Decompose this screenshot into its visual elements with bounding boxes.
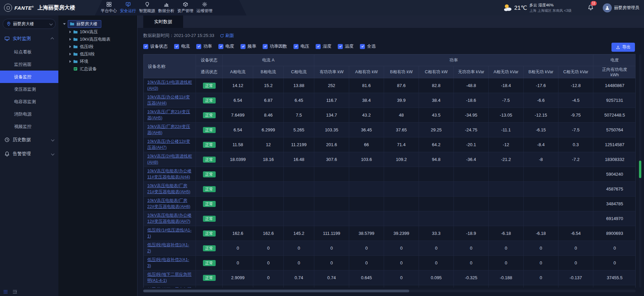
device-name-cell: 低压I段/1#低压进线(A1-1) — [144, 226, 196, 241]
horizontal-scrollbar-thumb[interactable] — [143, 290, 409, 292]
device-name-link[interactable]: 10kV高压/厂房22#变压器(AH6) — [147, 124, 193, 136]
tree-node-lv-section-1[interactable]: 低压I段 — [63, 43, 137, 50]
value-cell: 0 — [558, 285, 593, 288]
value-cell — [314, 167, 349, 182]
horizontal-scrollbar[interactable] — [143, 290, 636, 292]
filter-humidity[interactable]: 湿度 — [316, 43, 331, 49]
value-cell: 43.5 — [419, 108, 454, 123]
vertical-scrollbar-thumb[interactable] — [639, 161, 641, 178]
col-header: B相电流 — [253, 66, 284, 78]
sidebar-item-transformer-monitor[interactable]: 变压器监测 — [0, 83, 58, 95]
nav-item-analysis[interactable]: 数据分析 — [157, 0, 176, 15]
weather-detail: 上海 上海城区 东南风 <3级 — [529, 8, 572, 13]
nav-item-label: 安全运行 — [120, 8, 136, 14]
device-name-link[interactable]: 低压I段/1#低压进线(A1-1) — [147, 227, 193, 239]
device-name-link[interactable]: 低压I段/电容补偿1(A1-2) — [147, 242, 193, 254]
value-cell — [349, 182, 384, 197]
value-cell — [314, 211, 349, 226]
folder-icon — [73, 37, 78, 42]
filter-select-all[interactable]: 全选 — [360, 43, 376, 49]
filter-power[interactable]: 功率 — [196, 43, 212, 49]
device-name-link[interactable]: 低压I段/电容补偿2(A1-3) — [147, 257, 193, 269]
checkbox-device-status[interactable] — [143, 44, 148, 49]
device-name-link[interactable]: 10kV高压电能表/厂房21#变压器电能表(AH5) — [147, 183, 193, 195]
value-cell — [223, 197, 253, 211]
tab-realtime-data[interactable]: 实时数据 — [143, 15, 183, 28]
check-icon — [361, 45, 364, 48]
tree-node-summary-device[interactable]: 汇总设备 — [63, 65, 137, 73]
vertical-scrollbar[interactable] — [639, 54, 641, 288]
tree-node-label: 低压II段 — [80, 51, 95, 57]
filter-temperature[interactable]: 温度 — [338, 43, 354, 49]
site-selector[interactable]: 丽婴房大楼 — [3, 19, 56, 29]
value-cell: -18.9 — [454, 226, 489, 241]
refresh-button-label: 刷新 — [225, 33, 234, 39]
filter-frequency[interactable]: 频率 — [240, 43, 256, 49]
sidebar-item-monitor-screen[interactable]: 监控画面 — [0, 58, 58, 71]
checkbox-voltage[interactable] — [293, 44, 299, 49]
col-header: B相有功 kW — [384, 66, 419, 78]
value-cell: 48 — [384, 108, 419, 123]
checkbox-temperature[interactable] — [338, 44, 343, 49]
status-badge: 正常 — [203, 186, 216, 192]
sidebar-group-alarm-management[interactable]: 告警管理 — [0, 147, 58, 161]
device-name-link[interactable]: 10kV高压/厂房21#变压器(AH5) — [147, 109, 193, 121]
nav-item-ops[interactable]: 运维管理 — [195, 0, 214, 15]
nav-item-safe-run[interactable]: 安全运行 — [118, 0, 138, 15]
tree-node-environment[interactable]: 环境 — [63, 58, 137, 65]
device-name-link[interactable]: 10kV高压/2#电源进线柜(AH8) — [147, 154, 193, 165]
device-name-link[interactable]: 10kV高压电能表/厂房22#变压器电能表(AH6) — [147, 198, 193, 210]
sidebar-item-fire-power[interactable]: 消防电源 — [0, 108, 58, 120]
refresh-button[interactable]: 刷新 — [220, 33, 234, 39]
export-button[interactable]: 导出 — [611, 43, 635, 52]
device-name-link[interactable]: 低压I段/地下一层应急照明(A1-4-2) — [147, 287, 193, 288]
sidebar-item-device-monitor[interactable]: 设备监控 — [0, 71, 58, 83]
device-name-link[interactable]: 10kV高压电能表/办公楼11#变压器电能表(AH4) — [147, 168, 193, 180]
sidebar-item-site-board[interactable]: 站点看板 — [0, 46, 58, 58]
device-name-link[interactable]: 低压I段/地下二层应急照明(A1-4-1) — [147, 272, 193, 284]
collapse-menu-icon[interactable] — [12, 289, 17, 294]
nav-item-asset[interactable]: 资产管理 — [176, 0, 195, 15]
content: 数据刷新时间：2021-10-27 15:25:33 刷新 设备状态电流功率电度… — [138, 28, 644, 296]
checkbox-humidity[interactable] — [316, 44, 321, 49]
tree-root[interactable]: 丽婴房大楼 — [63, 19, 137, 28]
sidebar-item-capacitor-monitor[interactable]: 电容器监测 — [0, 95, 58, 108]
filter-current[interactable]: 电流 — [174, 43, 190, 49]
filter-device-status[interactable]: 设备状态 — [143, 43, 168, 49]
checkbox-power-factor[interactable] — [263, 44, 268, 49]
checkbox-power[interactable] — [196, 44, 201, 49]
tree-node-hv-10kv-meter[interactable]: 10kV高压电能表 — [63, 36, 137, 43]
value-cell: 5904240 — [593, 167, 636, 182]
device-name-link[interactable]: 10kV高压/办公楼12#变压器(AH7) — [147, 139, 193, 151]
user-menu[interactable]: 丽婴房管理员 — [603, 3, 639, 12]
notifications-button[interactable]: 11 — [588, 4, 594, 11]
filter-energy[interactable]: 电度 — [218, 43, 234, 49]
sidebar-item-video-monitor[interactable]: 视频监控 — [0, 120, 58, 133]
checkbox-frequency[interactable] — [240, 44, 246, 49]
filter-label: 设备状态 — [150, 43, 168, 49]
filter-power-factor[interactable]: 功率因数 — [263, 43, 287, 49]
filter-voltage[interactable]: 电压 — [293, 43, 309, 49]
checkbox-energy[interactable] — [218, 44, 223, 49]
tree-node-hv-10kv[interactable]: 10kV高压 — [63, 28, 137, 36]
device-name-link[interactable]: 10kV高压电能表/办公楼12#变压器电能表(AH7) — [147, 213, 193, 224]
value-cell: 66 — [349, 137, 384, 152]
caret-right-icon — [69, 53, 71, 55]
checkbox-current[interactable] — [174, 44, 179, 49]
filter-label: 湿度 — [323, 43, 331, 49]
device-name-link[interactable]: 10kV高压/办公楼11#变压器(AH4) — [147, 94, 193, 106]
nav-item-platform[interactable]: 平台中心 — [99, 0, 118, 15]
grid-dots-icon[interactable] — [3, 290, 8, 294]
device-name-link[interactable]: 10kV高压/1#电源进线柜(AH3) — [147, 80, 193, 91]
value-cell: -12.8 — [558, 78, 593, 93]
value-cell — [489, 211, 524, 226]
tree-node-label: 10kV高压 — [80, 29, 98, 35]
sidebar-group-history-data[interactable]: 历史数据 — [0, 133, 58, 147]
device-name-cell: 10kV高压/1#电源进线柜(AH3) — [144, 78, 196, 93]
status-cell: 正常 — [196, 78, 223, 93]
checkbox-select-all[interactable] — [360, 44, 365, 49]
tree-node-lv-section-2[interactable]: 低压II段 — [63, 50, 137, 58]
sidebar-group-realtime-monitor[interactable]: 实时监测 — [0, 32, 58, 46]
nav-item-energy[interactable]: 智慧能源 — [138, 0, 157, 15]
device-name-cell: 10kV高压电能表/厂房21#变压器电能表(AH5) — [144, 182, 196, 197]
